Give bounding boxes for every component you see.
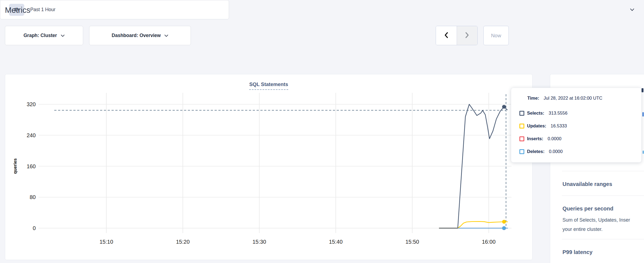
tooltip-series-row: Selects:313.5556 (519, 107, 641, 120)
page-title: Metrics (5, 6, 30, 15)
x-tick-label: 16:00 (482, 239, 495, 245)
y-tick-label: 80 (30, 194, 36, 200)
clipped-content-fragment (642, 112, 644, 117)
chevron-down-icon (630, 7, 634, 12)
time-range-selector[interactable]: 1h Past 1 Hour (0, 0, 229, 19)
previous-interval-button[interactable] (436, 26, 457, 45)
series-swatch-icon (519, 111, 524, 116)
series-swatch-icon (519, 149, 524, 154)
tooltip-time-row: Time: Jul 28, 2022 at 16:02:00 UTC (527, 96, 641, 101)
tooltip-series-row: Inserts:0.0000 (519, 132, 641, 145)
y-tick-label: 0 (33, 225, 36, 231)
series-dot-updates (502, 220, 506, 224)
dashboard-dropdown[interactable]: Dashboard: Overview (89, 26, 191, 45)
tooltip-series-value: 0.0000 (549, 149, 562, 154)
chevron-down-icon (164, 33, 168, 38)
clipped-content-fragment (643, 151, 644, 154)
tooltip-series-value: 16.5333 (551, 123, 567, 129)
series-dot-selects (502, 105, 506, 109)
sidebar-section-heading: Unavailable ranges (562, 181, 644, 188)
series-swatch-icon (519, 136, 524, 141)
sidebar-description-line: your entire cluster. (562, 225, 644, 234)
tooltip-series-label: Updates: (527, 123, 546, 129)
sidebar-section-heading: Queries per second (562, 205, 644, 212)
tooltip-series-value: 313.5556 (549, 111, 567, 116)
chevron-down-icon (61, 33, 65, 38)
y-tick-label: 320 (27, 101, 36, 107)
series-swatch-icon (519, 124, 524, 129)
x-tick-label: 15:50 (405, 239, 419, 245)
sql-statements-chart-card: SQL Statements 08016024032015:1015:2015:… (5, 74, 532, 260)
graph-dropdown[interactable]: Graph: Cluster (5, 26, 83, 45)
tooltip-series-label: Selects: (527, 111, 544, 116)
next-interval-button-disabled[interactable] (457, 26, 478, 45)
divider (562, 239, 644, 239)
y-axis-label: queries (13, 158, 17, 174)
series-dot-deletes (502, 226, 506, 230)
now-button[interactable]: Now (483, 26, 509, 45)
tooltip-time-label: Time: (527, 96, 539, 101)
x-tick-label: 15:40 (329, 239, 342, 245)
tooltip-series-label: Inserts: (527, 136, 543, 141)
x-tick-label: 15:20 (176, 239, 189, 245)
sql-statements-chart-plot[interactable]: 08016024032015:1015:2015:3015:4015:5016:… (5, 74, 533, 260)
graph-dropdown-label: Graph: Cluster (23, 33, 57, 38)
chevron-left-icon (444, 32, 449, 39)
dashboard-dropdown-label: Dashboard: Overview (112, 33, 161, 38)
tooltip-time-value: Jul 28, 2022 at 16:02:00 UTC (544, 96, 603, 101)
divider (562, 171, 644, 171)
time-range-label: Past 1 Hour (30, 7, 55, 13)
x-tick-label: 15:10 (100, 239, 113, 245)
y-tick-label: 160 (27, 163, 36, 169)
sidebar-section-heading: P99 latency (562, 249, 644, 256)
toolbar: Graph: Cluster Dashboard: Overview 1h Pa… (0, 0, 644, 19)
x-tick-label: 15:30 (252, 239, 266, 245)
chart-hover-tooltip: Time: Jul 28, 2022 at 16:02:00 UTC Selec… (511, 88, 642, 163)
y-tick-label: 240 (27, 132, 36, 138)
tooltip-series-value: 0.0000 (548, 136, 561, 141)
clipped-content-fragment (642, 88, 643, 92)
tooltip-series-row: Deletes:0.0000 (519, 145, 641, 158)
tooltip-series-row: Updates:16.5333 (519, 120, 641, 132)
chevron-right-icon (465, 32, 469, 39)
metrics-page: Metrics Graph: Cluster Dashboard: Overvi… (0, 0, 644, 263)
tooltip-series-label: Deletes: (527, 149, 544, 154)
sidebar-description-line: Sum of Selects, Updates, Inser (562, 215, 644, 225)
sidebar-section-description: Sum of Selects, Updates, Inseryour entir… (550, 215, 644, 234)
divider (562, 195, 644, 196)
tooltip-series-rows: Selects:313.5556Updates:16.5333Inserts:0… (511, 107, 641, 158)
series-line-updates (439, 222, 508, 228)
time-nav-arrows (436, 26, 478, 45)
